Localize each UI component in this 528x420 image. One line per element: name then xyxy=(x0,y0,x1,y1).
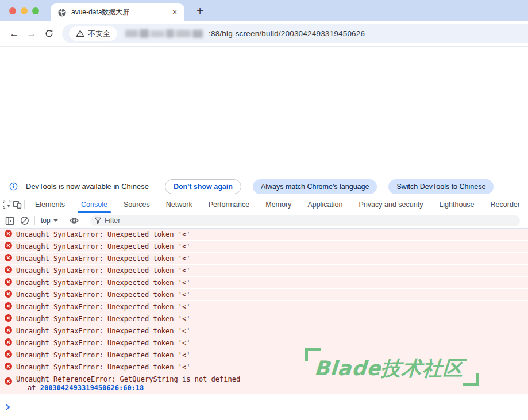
reference-error-text: Uncaught ReferenceError: GetQueryString … xyxy=(16,375,240,383)
toolbar-divider xyxy=(84,216,84,225)
inspect-element-icon[interactable] xyxy=(2,196,12,213)
error-icon xyxy=(5,377,12,387)
console-error-row[interactable]: Uncaught SyntaxError: Unexpected token '… xyxy=(0,241,528,253)
toolbar-divider xyxy=(64,216,64,225)
context-label: top xyxy=(41,217,51,225)
infobar-message: DevTools is now available in Chinese xyxy=(26,182,149,191)
console-error-row[interactable]: Uncaught SyntaxError: Unexpected token '… xyxy=(0,277,528,289)
console-error-row[interactable]: Uncaught SyntaxError: Unexpected token '… xyxy=(0,325,528,337)
clear-console-icon[interactable] xyxy=(17,216,32,225)
error-icon xyxy=(5,290,12,300)
tab-strip: avue-data数据大屏 × + xyxy=(0,0,528,21)
devtools-tab-lighthouse[interactable]: Lighthouse xyxy=(433,196,480,213)
always-match-language-button[interactable]: Always match Chrome's language xyxy=(253,179,377,194)
stack-source-link[interactable]: 2003042493319450626:60:18 xyxy=(40,384,144,392)
zoom-window-icon[interactable] xyxy=(32,7,39,14)
redacted-host-blur xyxy=(125,29,203,38)
error-icon xyxy=(5,350,12,360)
console-error-reference[interactable]: Uncaught ReferenceError: GetQueryString … xyxy=(0,373,528,395)
console-error-row[interactable]: Uncaught SyntaxError: Unexpected token '… xyxy=(0,265,528,277)
console-error-row[interactable]: Uncaught SyntaxError: Unexpected token '… xyxy=(0,337,528,349)
syntax-error-text: Uncaught SyntaxError: Unexpected token '… xyxy=(16,267,190,275)
filter-input[interactable] xyxy=(105,217,516,225)
address-bar[interactable]: 不安全 :88/big-screen/build/200304249331945… xyxy=(62,24,528,43)
stack-prefix: at xyxy=(28,384,36,392)
devtools-tab-bar: ElementsConsoleSourcesNetworkPerformance… xyxy=(0,196,528,213)
devtools-tab-network[interactable]: Network xyxy=(160,196,198,213)
chevron-down-icon xyxy=(53,219,58,222)
syntax-error-text: Uncaught SyntaxError: Unexpected token '… xyxy=(16,327,190,335)
page-viewport xyxy=(0,47,528,176)
console-messages: Uncaught SyntaxError: Unexpected token '… xyxy=(0,229,528,415)
console-prompt[interactable] xyxy=(0,398,528,415)
console-error-row[interactable]: Uncaught SyntaxError: Unexpected token '… xyxy=(0,289,528,301)
error-icon xyxy=(5,241,12,252)
forward-icon: → xyxy=(23,25,40,43)
reload-icon[interactable] xyxy=(40,25,57,43)
toolbar-divider xyxy=(24,200,25,209)
stack-trace-line: at 2003042493319450626:60:18 xyxy=(28,384,240,392)
tab-title: avue-data数据大屏 xyxy=(71,7,169,17)
syntax-error-text: Uncaught SyntaxError: Unexpected token '… xyxy=(16,242,190,251)
back-icon[interactable]: ← xyxy=(6,25,23,43)
error-icon xyxy=(5,229,12,240)
error-icon xyxy=(5,253,12,264)
syntax-error-text: Uncaught SyntaxError: Unexpected token '… xyxy=(16,363,190,371)
console-error-row[interactable]: Uncaught SyntaxError: Unexpected token '… xyxy=(0,361,528,373)
syntax-error-text: Uncaught SyntaxError: Unexpected token '… xyxy=(16,279,190,287)
prompt-chevron-icon xyxy=(5,404,11,410)
syntax-error-text: Uncaught SyntaxError: Unexpected token '… xyxy=(16,351,190,359)
console-error-row[interactable]: Uncaught SyntaxError: Unexpected token '… xyxy=(0,229,528,241)
security-chip-label: 不安全 xyxy=(88,29,110,39)
error-icon xyxy=(5,302,12,312)
toggle-device-toolbar-icon[interactable] xyxy=(12,196,22,213)
favicon-globe-icon xyxy=(57,8,67,17)
show-console-sidebar-icon[interactable] xyxy=(2,217,17,225)
console-error-row[interactable]: Uncaught SyntaxError: Unexpected token '… xyxy=(0,313,528,325)
browser-tab[interactable]: avue-data数据大屏 × xyxy=(51,3,184,21)
console-error-row[interactable]: Uncaught SyntaxError: Unexpected token '… xyxy=(0,349,528,361)
devtools-tab-sources[interactable]: Sources xyxy=(118,196,156,213)
devtools-tab-privacy-and-security[interactable]: Privacy and security xyxy=(353,196,429,213)
console-toolbar: top xyxy=(0,213,528,229)
syntax-error-text: Uncaught SyntaxError: Unexpected token '… xyxy=(16,339,190,347)
error-icon xyxy=(5,338,12,348)
filter-funnel-icon xyxy=(94,217,102,224)
create-live-expression-icon[interactable] xyxy=(67,217,82,225)
minimize-window-icon[interactable] xyxy=(21,7,28,14)
devtools-panel: DevTools is now available in Chinese Don… xyxy=(0,176,528,415)
javascript-context-selector[interactable]: top xyxy=(37,217,61,225)
devtools-tab-recorder[interactable]: Recorder xyxy=(485,196,526,213)
navigation-toolbar: ← → 不安全 xyxy=(0,21,528,47)
console-error-row[interactable]: Uncaught SyntaxError: Unexpected token '… xyxy=(0,301,528,313)
devtools-tab-elements[interactable]: Elements xyxy=(29,196,71,213)
devtools-tab-application[interactable]: Application xyxy=(302,196,348,213)
devtools-infobar: DevTools is now available in Chinese Don… xyxy=(0,176,528,196)
switch-devtools-chinese-button[interactable]: Switch DevTools to Chinese xyxy=(388,179,494,194)
devtools-tab-console[interactable]: Console xyxy=(75,196,113,213)
macos-traffic-lights xyxy=(9,7,39,14)
security-chip[interactable]: 不安全 xyxy=(69,26,117,41)
syntax-error-text: Uncaught SyntaxError: Unexpected token '… xyxy=(16,230,190,238)
tab-close-icon[interactable]: × xyxy=(169,7,180,18)
new-tab-button[interactable]: + xyxy=(192,3,208,20)
error-icon xyxy=(5,314,12,324)
console-error-row[interactable]: Uncaught SyntaxError: Unexpected token '… xyxy=(0,253,528,265)
console-filter-box[interactable] xyxy=(90,215,520,226)
error-icon xyxy=(5,362,12,372)
devtools-tab-performance[interactable]: Performance xyxy=(203,196,256,213)
syntax-error-text: Uncaught SyntaxError: Unexpected token '… xyxy=(16,315,190,323)
browser-window: avue-data数据大屏 × + ← → 不安全 xyxy=(0,0,528,420)
error-icon xyxy=(5,326,12,336)
error-icon xyxy=(5,278,12,288)
url-text: :88/big-screen/build/2003042493319450626 xyxy=(209,29,365,38)
dont-show-again-button[interactable]: Don't show again xyxy=(165,179,241,194)
syntax-error-text: Uncaught SyntaxError: Unexpected token '… xyxy=(16,291,190,299)
warning-triangle-icon xyxy=(76,30,84,37)
toolbar-divider xyxy=(34,216,35,225)
devtools-tab-memory[interactable]: Memory xyxy=(260,196,297,213)
syntax-error-text: Uncaught SyntaxError: Unexpected token '… xyxy=(16,303,190,311)
error-icon xyxy=(5,265,12,276)
close-window-icon[interactable] xyxy=(9,7,16,14)
syntax-error-text: Uncaught SyntaxError: Unexpected token '… xyxy=(16,255,190,263)
